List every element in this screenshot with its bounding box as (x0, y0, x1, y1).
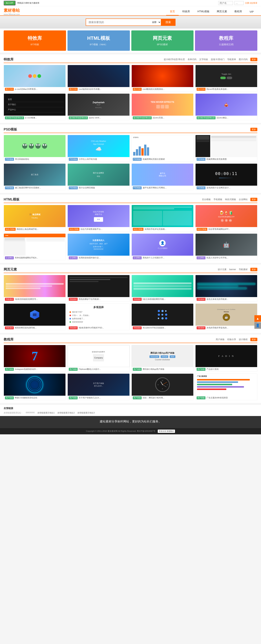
effect-item-4[interactable]: 首页 关于我们 产品中心 提示框/浮动层/弹出层 js css3镜像... (4, 94, 66, 120)
effect-item-7[interactable]: 🎪 提示框/浮动层/弹出层 jQuery侧边... (195, 94, 257, 120)
nav-item-html[interactable]: HTML模板 (194, 8, 213, 16)
html-item-0[interactable]: 🍔 食品商城 手机网站 响应式模板 拇扭扭上食品商城手机... (4, 205, 66, 232)
nav-item-webelem[interactable]: 网页元素 (213, 8, 231, 16)
webelem-label-5: 导航素材 8款欧美奢华UI导航栏PSD... (68, 326, 129, 330)
effects-tag-5[interactable]: 图片代码 (239, 58, 247, 61)
psd-item-0[interactable]: PSD模板 简洁风格标签站 (4, 135, 66, 162)
hero-banner-webelem[interactable]: 网页元素 8PSD素材 (131, 30, 194, 51)
psd-item-2[interactable]: STEPS PSD模板 机械类网站页面分层素材 (132, 135, 193, 162)
tutorial-item-7[interactable]: 广告文案类型 用户体验 广告文案的4种表现类型 (195, 374, 257, 400)
html-item-3[interactable]: 🍺🍹🧃 综合零售商城网站APP 红 包 LAL 响应式模板 综合零售商城网站AP… (195, 205, 257, 232)
tutorial-item-1[interactable]: 标签移停动画事件 Company 用户体验 Flipboard翻动人Ui设计..… (68, 345, 129, 372)
effects-tag-2[interactable]: 文字特效 (199, 58, 208, 61)
hero-html-title: HTML模板 (70, 35, 127, 42)
effects-tag-0[interactable]: 提示框/浮动层/弹出层 (164, 58, 185, 61)
search-select[interactable]: 全部 (150, 18, 161, 26)
nav-item-tutorial[interactable]: 教程库 (231, 8, 246, 16)
html-item-2[interactable]: 响应式模板 实用的手机评论页面模... (132, 205, 193, 232)
tutorial-item-0[interactable]: 7 用户体验 Instagram迅速快的动作... (4, 345, 66, 372)
html-tags: 后台模板 手机模板 响应式模板 企业网站 更多 (202, 198, 257, 201)
webelem-more[interactable]: 更多 (250, 268, 257, 271)
webelem-tags: 设计元素 banner 导航素材 更多 (218, 268, 257, 271)
html-label-0: 响应式模板 拇扭扭上食品商城手机... (4, 227, 66, 232)
friend-link-0[interactable]: 友情链接展示地址1 (38, 412, 55, 414)
effect-item-1[interactable]: 图片代码 css3旋风吹动3D书本翻... (68, 65, 129, 92)
vip-button[interactable]: 加入VIP (4, 1, 16, 5)
html-item-1[interactable]: 综合汽车销售 保险平台 登录 响应式模板 综合汽车销售保险平台... (68, 205, 129, 232)
effects-more[interactable]: 更多 (250, 58, 257, 61)
user-icon-btn[interactable]: 👤 (254, 322, 261, 329)
html-header: HTML模板 后台模板 手机模板 响应式模板 企业网站 更多 (4, 197, 257, 203)
psd-item-5[interactable]: 医疗企业网页 模版 PSD模板 医疗企业网页模版 (68, 164, 129, 190)
html-label-6: 企业网站 黑色的个人介绍展示手... (132, 256, 193, 260)
tutorial-tag-2[interactable]: 设计教程 (239, 338, 247, 341)
psd-more[interactable]: 更多 (250, 128, 257, 131)
html-item-4[interactable]: ●●● 企业网站 简单优惠商城网站手机A. (4, 234, 66, 260)
hero-banner-html[interactable]: HTML模板 8个模板（html） (68, 30, 130, 51)
webelem-item-6[interactable]: 导航素材 简洁的iOS手机页面圆形... (132, 304, 193, 330)
html-tag-0[interactable]: 后台模板 (202, 198, 211, 201)
psd-item-7[interactable]: 00:00:11 PSD模板 蓝色的医疗企业网页设计... (195, 164, 257, 190)
webelem-item-2[interactable]: 导航素材 5款立体质感的网页导航... (132, 275, 193, 302)
html-tag-1[interactable]: 手机模板 (213, 198, 222, 201)
password-input[interactable] (234, 1, 243, 5)
effect-item-2[interactable]: 图片代码 css3酷炫的火焰熊渐动... (132, 65, 193, 92)
psd-item-1[interactable]: CSS only Weather App Concept ☁️ PSD模板 大学… (68, 135, 129, 162)
html-tag-2[interactable]: 响应式模板 (225, 198, 236, 201)
hero-banners: 特效库 8个特效 HTML模板 8个模板（html） 网页元素 8PSD素材 教… (0, 28, 261, 52)
webelem-item-3[interactable]: 导航素材 蓝色立体发光的导航菜... (195, 275, 257, 302)
tutorial-tag-0[interactable]: 用户体验 (216, 338, 224, 341)
psd-item-4[interactable]: 建工集函 PSD模板 建工集函官网PSD分层素材... (4, 164, 66, 190)
search-input[interactable] (86, 18, 150, 26)
effect-item-6[interactable]: TEN HOVER EFFECTS 提示框/浮动层/弹出层 jQuery页面..… (132, 94, 193, 120)
effects-tag-3[interactable]: 选项卡/滑动门 (211, 58, 224, 61)
hero-banner-tutorial[interactable]: 教程库 11篇教程文档 (195, 30, 257, 51)
tutorial-item-2[interactable]: 腾讯谈小程App用户体验 Horizontal Vertical Both Co… (132, 345, 193, 372)
hero-effects-sub: 8个特效 (7, 43, 63, 46)
friend-link-2[interactable]: 友情链接展示地址3 (77, 412, 95, 414)
username-input[interactable] (218, 1, 233, 5)
psd-tags: 更多 (250, 128, 257, 131)
html-item-5[interactable]: 法是善良的人 你好不言语，踏进，妹子 如果你好极了... 你好好好好好 企业网站… (68, 234, 129, 260)
hero-tutorial-title: 教程库 (198, 35, 254, 42)
html-tag-3[interactable]: 企业网站 (239, 198, 247, 201)
tutorial-item-3[interactable]: F A D I N 用户体验 产品设计原则 (195, 345, 257, 372)
search-button[interactable]: 搜索 (161, 19, 175, 26)
html-item-7[interactable]: 🤖 企业网站 机器人培训学公司手机... (195, 234, 257, 260)
effects-tag-4[interactable]: 导航菜单 (227, 58, 236, 61)
webelem-tag-0[interactable]: 设计元素 (218, 268, 226, 271)
psd-item-6[interactable]: 扁平化网络公司 PSD模板 扁平化展开网络公司网站... (132, 164, 193, 190)
tutorial-more[interactable]: 更多 (250, 338, 257, 341)
effects-grid-row1: 图片代码 js css3仿MacOS苹果系... 图片代码 css3旋风吹动3D… (4, 65, 257, 92)
tutorial-tag-1[interactable]: 经验分享 (227, 338, 236, 341)
tutorial-item-5[interactable]: 关于用户体验的几点UI... 用户体验 关于用户体验的几点UI... (68, 374, 129, 400)
webelem-item-0[interactable]: 导航素材 5款欧美风格彩色网页导... (4, 275, 66, 302)
tutorial-item-4[interactable]: 用户体验 蜂巢CSS频格英语结总结 (4, 374, 66, 400)
scroll-top-btn[interactable]: ▲ (254, 315, 261, 322)
html-more[interactable]: 更多 (250, 198, 257, 201)
psd-item-3[interactable]: PSD模板 机械类网站首页效果图 (195, 135, 257, 162)
effect-item-3[interactable]: Toggle Jen 图片代码 纯css3导选美化单选框... (195, 65, 257, 92)
webelem-tag-2[interactable]: 导航素材 (239, 268, 247, 271)
webelem-header: 网页元素 设计元素 banner 导航素材 更多 (4, 267, 257, 273)
webelem-label-2: 导航素材 5款立体质感的网页导航... (132, 297, 193, 302)
tutorial-item-6[interactable]: 12 6 9 3 用户体验 回应：腾讯谈小程对用... (132, 374, 193, 400)
webelem-item-7[interactable]: Chillwave Lo-fi Coffee House ☕ 导航素材 灰色的导… (195, 304, 257, 330)
webelem-item-4[interactable]: 导航素材 精美的网页面包屑导航... (4, 304, 66, 330)
effect-item-5[interactable]: Zephaniah 0.17 MACFAL 提示框/浮动层/弹出层 jquery… (68, 94, 129, 120)
webelem-item-5[interactable]: 多项选择 我叫管了吗? 计划一、从...天始始... 如果你好极了... 你好好… (68, 304, 129, 330)
hero-banner-effects[interactable]: 特效库 8个特效 (4, 30, 66, 51)
effects-tag-1[interactable]: 表单代码 (188, 58, 196, 61)
webelem-label-1: 导航素材 黑色的磨砂下拉导航菜... (68, 297, 129, 302)
tutorial-label-7: 用户体验 广告文案的4种表现类型 (195, 396, 257, 400)
nav-item-vip[interactable]: VIP (246, 8, 257, 16)
friend-link-1[interactable]: 友情链接展示地址2 (57, 412, 75, 414)
login-button[interactable]: 注册 |QQ登录 (245, 2, 257, 4)
webelem-item-1[interactable]: 导航素材 黑色的磨砂下拉导航菜... (68, 275, 129, 302)
logo-url: www.98sucai.com (4, 13, 20, 16)
effect-item-0[interactable]: 图片代码 js css3仿MacOS苹果系... (4, 65, 66, 92)
webelem-tag-1[interactable]: banner (229, 268, 236, 271)
nav-item-effects[interactable]: 特效库 (179, 8, 194, 16)
html-item-6[interactable]: 👤 个人介绍展示 企业网站 黑色的个人介绍展示手... (132, 234, 193, 260)
nav-item-home[interactable]: 首页 (166, 8, 179, 16)
